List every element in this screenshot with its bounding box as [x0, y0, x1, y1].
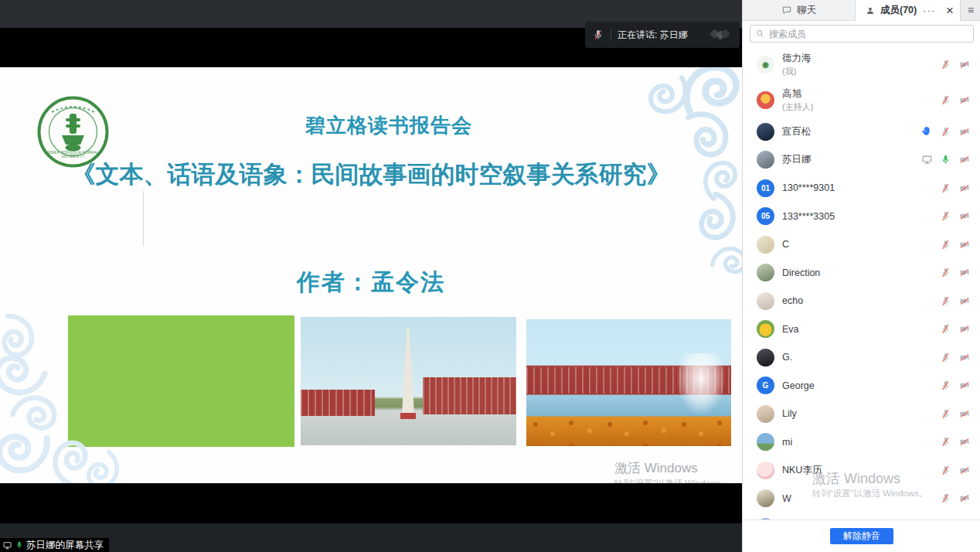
member-row[interactable]: Lily [743, 400, 980, 428]
camera-muted-icon [958, 182, 971, 194]
tab-members[interactable]: 成员(70) ··· × [856, 0, 960, 21]
member-row[interactable]: 宣百松 [743, 118, 980, 146]
avatar [757, 123, 774, 141]
member-status-icons [940, 182, 971, 194]
member-texts: Direction [782, 267, 820, 278]
member-row[interactable]: ◉ 德力海 (我) [743, 46, 980, 82]
camera-muted-icon [958, 239, 971, 250]
avatar [757, 462, 774, 479]
slide-author: 作者：孟令法 [0, 267, 742, 298]
avatar [757, 320, 774, 338]
avatar [757, 151, 774, 169]
member-row[interactable]: NKU李历 [743, 456, 980, 485]
camera-muted-icon [958, 295, 971, 307]
mic-muted-icon [940, 94, 951, 106]
member-row[interactable]: mi [743, 428, 980, 457]
member-row[interactable]: 01 130****9301 [743, 174, 980, 203]
member-texts: 133****3305 [782, 211, 835, 222]
member-row[interactable]: Eva [743, 315, 980, 344]
member-row[interactable]: G. [743, 343, 980, 372]
member-list[interactable]: ◉ 德力海 (我) 高旭 (主持人) [743, 46, 980, 520]
avatar: 05 [757, 207, 774, 225]
member-name: 苏日娜 [782, 153, 812, 166]
mic-muted-icon [940, 59, 951, 70]
panel-menu-button[interactable]: ≡ [960, 0, 980, 21]
camera-muted-icon [958, 210, 971, 222]
slide-title: 碧立格读书报告会 [36, 112, 742, 139]
member-name: Lily [782, 408, 797, 419]
camera-muted-icon [958, 492, 971, 504]
active-mic-icon [15, 540, 24, 550]
member-status-icons [940, 352, 971, 363]
member-role: (主持人) [782, 101, 813, 113]
member-row[interactable]: C [743, 230, 980, 259]
side-panel: 聊天 成员(70) ··· × ≡ ◉ 德力海 (我) [742, 0, 980, 552]
camera-muted-icon [958, 408, 971, 420]
member-status-icons [940, 323, 971, 335]
camera-muted-icon [958, 380, 971, 391]
mic-muted-icon [940, 182, 951, 194]
member-row[interactable]: Direction [743, 259, 980, 288]
member-row[interactable]: W [743, 485, 980, 513]
member-row[interactable]: 苏日娜 [743, 146, 980, 175]
tab-members-label: 成员(70) [880, 4, 917, 17]
slide-image-campus-obelisk [301, 317, 516, 445]
member-status-icons [920, 125, 971, 138]
member-texts: echo [782, 295, 803, 306]
member-name: G. [782, 352, 792, 363]
search-icon [755, 29, 765, 39]
presentation-slide: INNER MONGOLIA NORMAL UNIVERSITY 碧立格读书报告… [0, 67, 742, 483]
member-name: 德力海 [782, 52, 812, 65]
avatar: ◉ [757, 56, 774, 73]
panel-close-button[interactable]: × [946, 4, 954, 17]
tab-chat[interactable]: 聊天 [743, 0, 856, 21]
slide-image-campus-lake [526, 319, 731, 446]
members-icon [865, 5, 876, 16]
mic-muted-icon [940, 295, 951, 307]
member-name: Eva [782, 324, 799, 335]
member-texts: mi [782, 437, 792, 448]
mic-muted-icon [940, 380, 951, 391]
member-texts: Eva [782, 324, 799, 335]
slide-book-title: 《文本、话语及语象：民间故事画的时空叙事关系研究》 [0, 158, 742, 191]
member-status-icons [940, 380, 971, 391]
search-input[interactable] [769, 29, 968, 39]
member-status-icons [940, 267, 971, 278]
member-status-icons [940, 295, 971, 307]
unmute-button[interactable]: 解除静音 [830, 528, 893, 544]
mic-muted-icon [940, 408, 951, 420]
member-texts: 宣百松 [782, 125, 812, 138]
member-row[interactable]: 高旭 (主持人) [743, 82, 980, 118]
member-search [750, 25, 974, 43]
camera-muted-icon [958, 436, 971, 448]
member-name: NKU李历 [782, 464, 822, 477]
member-row[interactable] [743, 513, 980, 520]
avatar [757, 264, 774, 281]
member-status-icons [940, 94, 971, 106]
member-row[interactable]: G George [743, 372, 980, 400]
mic-muted-icon [940, 126, 951, 138]
member-row[interactable]: echo [743, 287, 980, 315]
share-bottom-bar [0, 523, 742, 552]
camera-muted-icon [958, 59, 971, 70]
speaking-toast-text: 正在讲话: 苏日娜 [618, 29, 688, 42]
mic-on-icon [940, 154, 951, 165]
member-row[interactable]: 05 133****3305 [743, 203, 980, 231]
avatar-initials: 01 [761, 184, 770, 193]
member-name: 宣百松 [782, 125, 812, 138]
member-status-icons [940, 59, 971, 70]
screen-share-label: 苏日娜的屏幕共享 [0, 538, 109, 552]
camera-muted-icon [958, 352, 971, 363]
avatar [757, 236, 774, 254]
mic-muted-icon [940, 267, 951, 278]
member-status-icons [940, 436, 971, 448]
avatar-initials: ◉ [762, 60, 769, 69]
member-texts: 130****9301 [782, 182, 835, 193]
mic-muted-icon [940, 492, 951, 504]
mic-muted-icon [940, 323, 951, 335]
muted-mic-icon [592, 29, 604, 41]
panel-more-button[interactable]: ··· [923, 5, 935, 16]
avatar [757, 433, 774, 451]
avatar [757, 349, 774, 366]
tab-chat-label: 聊天 [797, 4, 816, 17]
